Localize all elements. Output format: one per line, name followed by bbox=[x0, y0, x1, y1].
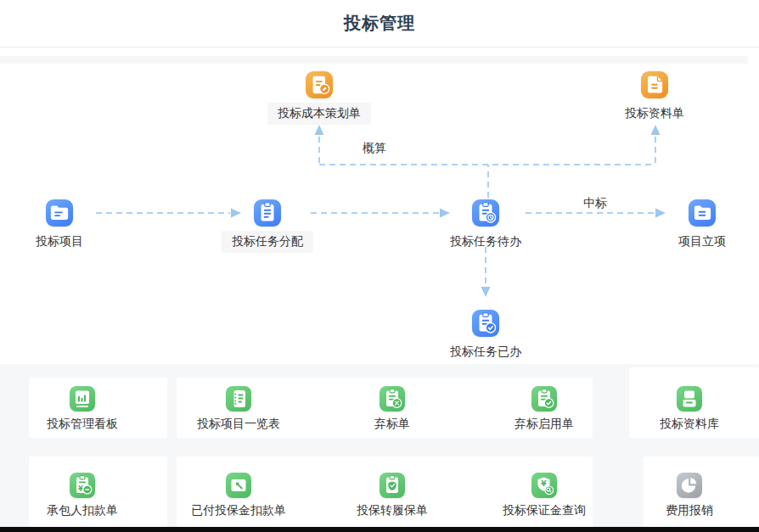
clipboard-x-icon bbox=[380, 386, 405, 412]
shield-yen-search-icon: ¥ bbox=[531, 473, 557, 498]
clipboard-check-icon bbox=[472, 310, 499, 337]
edge-label-win: 中标 bbox=[583, 196, 607, 211]
notebook-list-icon bbox=[226, 386, 251, 412]
report-item-insurance-guarantee[interactable]: 投保转履保单 bbox=[357, 473, 428, 518]
report-item-bid-deposit-query[interactable]: ¥ 投标保证金查询 bbox=[503, 473, 586, 518]
arrowhead-down bbox=[481, 287, 491, 297]
bar-chart-icon bbox=[70, 386, 95, 412]
page-title: 投标管理 bbox=[344, 12, 415, 35]
reports-section: 投标管理看板 投标项目一览表 弃标单 弃标启用单 投标资料库 bbox=[0, 364, 759, 527]
flow-node-label: 投标任务分配 bbox=[222, 231, 313, 253]
report-item-label: 弃标启用单 bbox=[514, 417, 574, 432]
report-item-label: 投标项目一览表 bbox=[197, 417, 280, 432]
bid-management-screen: 投标管理 概算 中标 投标成本策划单 bbox=[0, 0, 759, 532]
report-item-label: 费用报销 bbox=[666, 503, 713, 518]
report-item-contractor-deduction[interactable]: ¥ 承包人扣款单 bbox=[47, 473, 118, 518]
flow-node-label: 投标项目 bbox=[34, 231, 85, 253]
arrowhead-up-left bbox=[315, 125, 324, 135]
report-item-label: 投保转履保单 bbox=[357, 503, 428, 518]
clipboard-clock-icon bbox=[472, 199, 499, 227]
flow-node-bid-cost-plan[interactable]: 投标成本策划单 bbox=[267, 71, 371, 125]
report-item-abandon-enable[interactable]: 弃标启用单 bbox=[514, 386, 574, 432]
report-item-bid-dashboard[interactable]: 投标管理看板 bbox=[47, 386, 118, 432]
report-item-label: 投标资料库 bbox=[660, 417, 719, 432]
background-strip bbox=[0, 56, 748, 64]
clipboard-yen-minus-icon: ¥ bbox=[70, 473, 95, 498]
arrowhead-up-right bbox=[651, 125, 661, 135]
flow-node-label: 投标任务待办 bbox=[448, 231, 523, 253]
bottom-edge-bar bbox=[0, 527, 759, 532]
report-item-expense-reimbursement[interactable]: 费用报销 bbox=[666, 473, 713, 518]
arrowhead-right-3 bbox=[655, 209, 666, 218]
report-item-abandon-bid[interactable]: 弃标单 bbox=[374, 386, 410, 432]
folder-doc-icon bbox=[689, 199, 716, 227]
pie-chart-icon bbox=[677, 473, 702, 498]
page-header: 投标管理 bbox=[0, 0, 759, 48]
report-item-label: 弃标单 bbox=[374, 417, 410, 432]
clipboard-shield-icon bbox=[380, 473, 405, 498]
report-item-bid-data-library[interactable]: 投标资料库 bbox=[660, 386, 719, 432]
report-item-label: 投标管理看板 bbox=[47, 417, 118, 432]
report-item-project-list[interactable]: 投标项目一览表 bbox=[197, 386, 280, 432]
flow-node-bid-project[interactable]: 投标项目 bbox=[34, 199, 85, 253]
flow-node-label: 投标资料单 bbox=[623, 103, 686, 125]
edge-label-estimate: 概算 bbox=[363, 141, 386, 156]
doc-corner-icon bbox=[641, 71, 668, 98]
clipboard-list-icon bbox=[254, 199, 281, 227]
flow-node-task-todo[interactable]: 投标任务待办 bbox=[448, 199, 523, 253]
clipboard-check-icon bbox=[531, 386, 557, 412]
report-item-label: 投标保证金查询 bbox=[503, 503, 586, 518]
flow-node-label: 投标成本策划单 bbox=[267, 103, 371, 125]
report-item-paid-deposit-deduction[interactable]: 已付投保金扣款单 bbox=[191, 473, 286, 518]
flow-node-label: 投标任务已办 bbox=[448, 341, 523, 363]
folder-lines-icon bbox=[46, 199, 73, 227]
report-item-label: 承包人扣款单 bbox=[47, 503, 118, 518]
flow-node-task-done[interactable]: 投标任务已办 bbox=[448, 310, 523, 363]
flow-node-bid-data-sheet[interactable]: 投标资料单 bbox=[623, 71, 686, 125]
flow-node-task-assign[interactable]: 投标任务分配 bbox=[222, 199, 313, 253]
report-item-label: 已付投保金扣款单 bbox=[191, 503, 286, 518]
wallet-arrow-icon bbox=[226, 473, 251, 498]
flow-node-project-setup[interactable]: 项目立项 bbox=[677, 199, 728, 253]
flow-node-label: 项目立项 bbox=[677, 231, 728, 253]
archive-icon bbox=[677, 386, 702, 412]
doc-edit-icon bbox=[306, 71, 333, 98]
svg-text:¥: ¥ bbox=[541, 479, 547, 488]
